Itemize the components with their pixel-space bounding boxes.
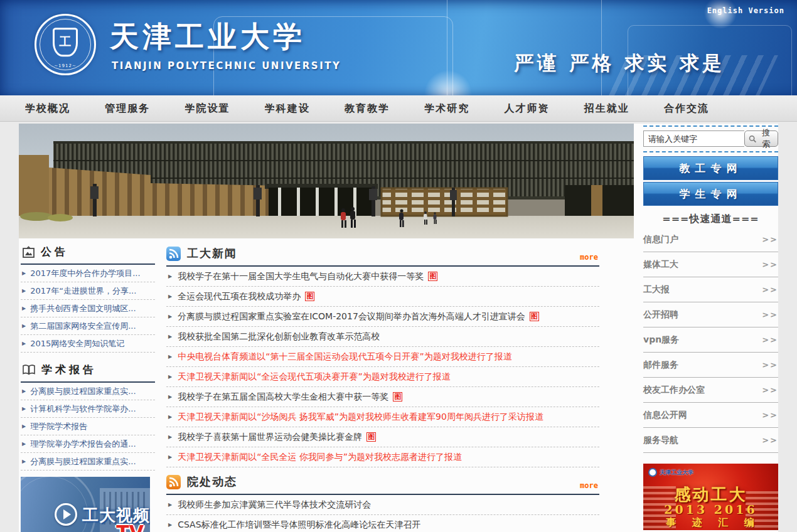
search-icon [749, 135, 756, 143]
search-input[interactable] [643, 130, 744, 147]
report-item[interactable]: 计算机科学与软件学院举办... [21, 400, 155, 418]
dept-news-item[interactable]: CSAS标准化工作培训暨半导体照明标准化高峰论坛在天津召开 [166, 515, 599, 532]
university-logo[interactable]: 工 ~1912~ [35, 14, 96, 75]
nav-item[interactable]: 学校概况 [25, 95, 70, 121]
quick-link[interactable]: 校友工作办公室 >> [643, 378, 778, 403]
chevron-right-icon: >> [762, 310, 778, 319]
university-name-en: TIANJIN POLYTECHNIC UNIVERSITY [112, 60, 341, 72]
quick-links: 信息门户 >> 媒体工大 >> 工大报 >> 公开招聘 >> [643, 227, 778, 453]
chevron-right-icon: >> [762, 260, 778, 269]
dept-news-item[interactable]: 我校师生参加京津冀第三代半导体技术交流研讨会 [166, 495, 599, 515]
news-item[interactable]: 天津卫视天津新闻以“全运会现代五项决赛开赛”为题对我校进行了报道 [166, 367, 599, 387]
quick-link[interactable]: 邮件服务 >> [643, 353, 778, 378]
notice-item[interactable]: 携手共创西青全国文明城区... [21, 300, 155, 317]
notice-item[interactable]: 2015网络安全周知识笔记 [21, 335, 155, 353]
notice-item[interactable]: 第二届国家网络安全宣传周... [21, 317, 155, 335]
nav-item[interactable]: 人才师资 [505, 95, 550, 121]
main-nav: 学校概况 管理服务 学院设置 学科建设 教育教学 学术研究 人才师资 招生就业 … [0, 95, 797, 122]
quick-link[interactable]: vpn服务 >> [643, 327, 778, 353]
reports-header: 学术报告 [21, 361, 155, 383]
quick-link-label: 服务导航 [643, 435, 678, 446]
image-badge: 图 [305, 292, 314, 301]
news-item[interactable]: 天津卫视天津新闻以“沙场阅兵 扬我军威”为题对我校师生收看建军90周年阅兵进行了… [166, 407, 599, 427]
dept-news-header: 院处动态 more [166, 474, 599, 495]
main-content: 工大新闻 more 我校学子在第十一届全国大学生电气与自动化大赛中获得一等奖 图… [166, 246, 599, 532]
news-list: 我校学子在第十一届全国大学生电气与自动化大赛中获得一等奖 图 全运会现代五项在我… [166, 267, 599, 467]
news-item-text: 分离膜与膜过程国家重点实验室在ICOM-2017会议期间举办首次海外高端人才引进… [178, 311, 525, 322]
report-item[interactable]: 理学院举办学术报告会的通... [21, 435, 155, 453]
notice-item[interactable]: 2017年度中外合作办学项目... [21, 265, 155, 282]
news-item[interactable]: 天津卫视天津新闻以“全民全运 你我同参与”为题对我校志愿者进行了报道 [166, 447, 599, 467]
news-item-text: 中央电视台体育频道以“第十三届全国运动会现代五项今日开赛”为题对我校进行了报道 [178, 351, 512, 363]
dashed-divider [643, 151, 778, 152]
news-more-link[interactable]: more [580, 253, 598, 262]
report-item[interactable]: 理学院学术报告 [21, 418, 155, 435]
picture-frame-icon [22, 246, 35, 258]
nav-item[interactable]: 学院设置 [185, 95, 230, 121]
quick-link[interactable]: 媒体工大 >> [643, 252, 778, 277]
chevron-right-icon: >> [762, 360, 778, 370]
play-icon [55, 503, 77, 526]
seal-year: ~1912~ [54, 63, 77, 68]
quick-link[interactable]: 公开招聘 >> [643, 302, 778, 327]
news-item-text: 全运会现代五项在我校成功举办 [178, 291, 301, 302]
nav-item[interactable]: 学术研究 [424, 95, 469, 121]
notices-header: 公告 [21, 243, 155, 265]
dept-news-more-link[interactable]: more [580, 481, 598, 490]
report-item[interactable]: 分离膜与膜过程国家重点实... [21, 453, 155, 471]
dept-news-item-text: 我校师生参加京津冀第三代半导体技术交流研讨会 [178, 499, 371, 511]
nav-item[interactable]: 招生就业 [584, 95, 629, 121]
news-item[interactable]: 中央电视台体育频道以“第十三届全国运动会现代五项今日开赛”为题对我校进行了报道 [166, 347, 599, 367]
image-badge: 图 [366, 432, 376, 442]
campus-photo-illustration [19, 124, 634, 238]
news-item-text: 我校学子喜获第十届世界运动会健美操比赛金牌 [178, 432, 362, 443]
university-seal-icon [648, 468, 657, 477]
nav-item[interactable]: 学科建设 [265, 95, 310, 121]
nav-item[interactable]: 管理服务 [105, 95, 150, 121]
site-header: 工 ~1912~ 天津工业大学 TIANJIN POLYTECHNIC UNIV… [0, 0, 797, 95]
campus-photo [19, 124, 634, 238]
image-badge: 图 [530, 312, 539, 321]
image-badge: 图 [393, 392, 402, 402]
news-item[interactable]: 我校获批全国第二批深化创新创业教育改革示范高校 [166, 327, 599, 347]
quick-link[interactable]: 工大报 >> [643, 277, 778, 302]
rss-feed-icon [166, 247, 181, 261]
quick-link[interactable]: 信息公开网 >> [643, 403, 778, 428]
news-section-title: 工大新闻 [187, 246, 237, 261]
report-item[interactable]: 分离膜与膜过程国家重点实... [21, 383, 155, 400]
search-button-label: 搜索 [758, 127, 774, 150]
english-version-link[interactable]: English Version [707, 6, 784, 15]
quick-link-label: 公开招聘 [643, 309, 678, 321]
rss-feed-icon [166, 475, 181, 489]
news-item[interactable]: 我校学子喜获第十届世界运动会健美操比赛金牌 图 [166, 427, 599, 447]
portal-buttons: 教工专网 学生专网 [643, 156, 778, 206]
homepage: 工 ~1912~ 天津工业大学 TIANJIN POLYTECHNIC UNIV… [0, 0, 797, 532]
left-sidebar: 公告 2017年度中外合作办学项目... 2017年“走进膜世界，分享... 携… [21, 243, 155, 532]
news-item[interactable]: 我校学子在第十一届全国大学生电气与自动化大赛中获得一等奖 图 [166, 267, 599, 287]
portal-button[interactable]: 教工专网 [643, 156, 778, 180]
banner-years: 2013 2016 [643, 503, 778, 516]
open-book-icon [22, 364, 36, 376]
quick-link[interactable]: 服务导航 >> [643, 428, 778, 453]
news-item-text: 我校获批全国第二批深化创新创业教育改革示范高校 [178, 331, 380, 343]
chevron-right-icon: >> [762, 410, 778, 420]
news-item[interactable]: 全运会现代五项在我校成功举办 图 [166, 287, 599, 307]
search-bar: 搜索 [643, 130, 778, 147]
search-button[interactable]: 搜索 [744, 130, 778, 147]
news-item-text: 我校学子在第十一届全国大学生电气与自动化大赛中获得一等奖 [178, 271, 424, 282]
video-banner[interactable]: 工大视频 TV [21, 477, 150, 532]
chevron-right-icon: >> [762, 235, 778, 244]
dept-news-title: 院处动态 [187, 474, 237, 489]
portal-button[interactable]: 学生专网 [643, 182, 778, 206]
nav-item[interactable]: 教育教学 [345, 95, 390, 121]
quick-channel-title: ===快速通道=== [643, 213, 778, 226]
promo-banner[interactable]: 天津工业大学 感动工大 2013 2016 事 迹 汇 编 [643, 464, 778, 530]
quick-link-label: 媒体工大 [643, 259, 678, 270]
nav-item[interactable]: 合作交流 [664, 95, 709, 121]
news-item[interactable]: 我校学子在第五届全国高校大学生金相大赛中获一等奖 图 [166, 387, 599, 407]
quick-link[interactable]: 信息门户 >> [643, 227, 778, 252]
chevron-right-icon: >> [762, 435, 778, 445]
news-item[interactable]: 分离膜与膜过程国家重点实验室在ICOM-2017会议期间举办首次海外高端人才引进… [166, 307, 599, 327]
quick-link-label: 校友工作办公室 [643, 385, 705, 396]
notice-item[interactable]: 2017年“走进膜世界，分享... [21, 282, 155, 300]
